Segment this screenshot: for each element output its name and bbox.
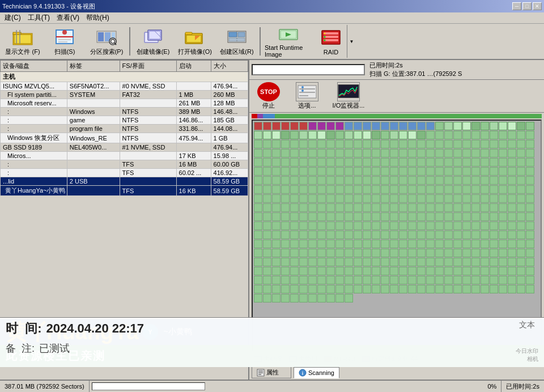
grid-cell [471, 140, 480, 148]
grid-cell [490, 276, 498, 284]
grid-cell [363, 149, 371, 157]
toolbar-partition-search[interactable]: 分区搜索(P) [86, 25, 127, 58]
toolbar-raid-dropdown[interactable]: ▼ [347, 25, 356, 58]
grid-cell [481, 285, 489, 293]
grid-cell [499, 212, 507, 221]
maximize-button[interactable]: □ [522, 2, 532, 10]
window-controls[interactable]: ─ □ ✕ [512, 2, 542, 10]
grid-cell [299, 258, 308, 266]
grid-cell [508, 285, 516, 293]
grid-cell [399, 285, 407, 293]
table-row[interactable]: GB SSD 9189 NEL405W0... #1 NVME, SSD 476… [1, 143, 248, 152]
menu-view[interactable]: 查看(V) [53, 12, 83, 23]
table-row[interactable]: : TFS 60.02 ... 416.92... [1, 169, 248, 177]
grid-cell [444, 167, 453, 176]
toolbar-scan[interactable]: 扫描(S) [44, 25, 85, 58]
grid-cell [399, 176, 407, 185]
grid-cell [317, 240, 326, 248]
grid-cell [490, 240, 498, 248]
grid-cell [499, 276, 507, 284]
grid-cell [426, 231, 435, 239]
tab-scanning[interactable]: i Scanning [294, 367, 339, 378]
table-row[interactable]: 黄丫HuangYa~小黄鸭 TFS 16 KB 58.59 GB [1, 186, 248, 196]
search-box[interactable] [252, 64, 365, 75]
table-row[interactable]: : Windows NTFS 389 MB 146.48... [1, 108, 248, 116]
close-button[interactable]: ✕ [533, 2, 542, 10]
svg-rect-9 [58, 41, 67, 42]
cell-size: 128 MB [211, 99, 248, 108]
grid-cell [290, 212, 299, 221]
grid-cell [517, 185, 525, 194]
grid-cell [481, 176, 489, 185]
grid-cell [399, 131, 407, 139]
minimize-button[interactable]: ─ [512, 2, 521, 10]
options-button[interactable]: 选项... [290, 82, 324, 110]
grid-cell [299, 249, 308, 257]
grid-cell [408, 276, 416, 284]
table-row[interactable]: Microsoft reserv... 261 MB 128 MB [1, 99, 248, 108]
table-row[interactable]: FI system partiti... SYSTEM FAT32 1 MB 2… [1, 91, 248, 99]
menu-tools[interactable]: 工具(T) [24, 12, 53, 23]
grid-cell [435, 176, 444, 185]
grid-cell [444, 276, 453, 284]
status-elapsed-text: 已用时间:2s [506, 382, 539, 391]
grid-cell [499, 158, 507, 167]
toolbar-create-region[interactable]: 创建区域(R) [216, 25, 257, 58]
grid-cell [381, 194, 389, 203]
toolbar-scan-label: 扫描(S) [54, 48, 75, 56]
table-row[interactable]: ISUNG MZVLQ5... S6F5NA0T2... #0 NVME, SS… [1, 82, 248, 91]
menu-help[interactable]: 帮助(H) [83, 12, 113, 23]
grid-cell [254, 122, 262, 130]
grid-cell [399, 258, 407, 266]
grid-cell [481, 258, 489, 266]
table-row[interactable]: 主机 [1, 72, 248, 82]
grid-cell [526, 249, 534, 257]
grid-cell [462, 276, 471, 284]
stop-button[interactable]: STOP 停止 [252, 82, 286, 110]
scan-grid-area [252, 120, 542, 351]
table-row[interactable]: ...lid 2 USB 58.59 GB [1, 177, 248, 186]
toolbar-raid[interactable]: RAID [315, 25, 347, 58]
grid-cell [399, 194, 407, 203]
table-row[interactable]: : game NTFS 146.86... 185 GB [1, 116, 248, 125]
create-image-icon [142, 27, 164, 46]
grid-cell [335, 240, 344, 248]
grid-cell [381, 221, 389, 230]
toolbar-runtime-image[interactable]: Start Runtime Image [263, 25, 314, 58]
svg-rect-11 [98, 32, 104, 41]
toolbar-show-files[interactable]: 显示文件 (F) [2, 25, 43, 58]
grid-cell [526, 194, 534, 203]
svg-point-38 [324, 36, 326, 38]
grid-cell [290, 258, 299, 266]
grid-cell [308, 258, 317, 266]
grid-cell [299, 158, 308, 167]
menu-build[interactable]: 建(C) [1, 12, 24, 23]
grid-cell [408, 249, 416, 257]
toolbar-open-image[interactable]: 打开镜像(O) [175, 25, 215, 58]
grid-cell [526, 122, 534, 130]
table-row[interactable]: Micros... 17 KB 15.98 ... [1, 152, 248, 160]
cell-size: 15.98 ... [211, 152, 248, 160]
grid-cell [335, 249, 344, 257]
toolbar-create-image[interactable]: 创建镜像(E) [133, 25, 173, 58]
grid-cell [354, 131, 362, 139]
grid-cell [526, 158, 534, 167]
table-row[interactable]: : program file NTFS 331.86... 144.08... [1, 125, 248, 133]
grid-cell [363, 231, 371, 239]
cell-size: 58.59 GB [211, 186, 248, 196]
table-row[interactable]: : TFS 16 MB 60.00 GB [1, 160, 248, 169]
grid-cell [481, 231, 489, 239]
grid-cell [471, 221, 480, 230]
grid-cell [299, 131, 308, 139]
grid-cell [408, 267, 416, 275]
grid-cell [471, 131, 480, 139]
grid-cell [417, 203, 426, 212]
tab-properties[interactable]: 属性 [252, 367, 291, 378]
grid-cell [308, 131, 317, 139]
grid-cell [281, 267, 290, 275]
grid-cell [263, 122, 271, 130]
grid-cell [517, 267, 525, 275]
io-monitor-button[interactable]: I/O监视器... [329, 82, 368, 110]
cell-label [67, 152, 120, 160]
table-row[interactable]: Windows 恢复分区 Windows_RE NTFS 475.94... 1… [1, 133, 248, 143]
